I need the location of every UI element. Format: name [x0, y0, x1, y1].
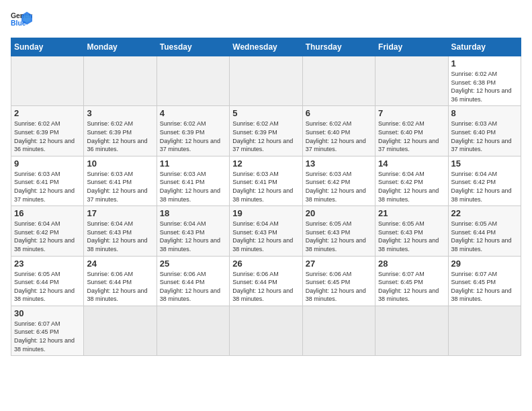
day-number: 1	[451, 58, 518, 68]
calendar-day-cell: 22Sunrise: 6:05 AMSunset: 6:44 PMDayligh…	[448, 206, 521, 256]
logo-icon: General Blue	[11, 11, 32, 30]
day-number: 24	[87, 259, 153, 269]
day-info: Sunrise: 6:04 AMSunset: 6:43 PMDaylight:…	[87, 220, 153, 253]
day-number: 21	[378, 208, 445, 218]
day-info: Sunrise: 6:06 AMSunset: 6:44 PMDaylight:…	[87, 270, 153, 304]
day-number: 23	[14, 259, 81, 269]
day-number: 9	[14, 158, 81, 169]
day-number: 15	[451, 158, 518, 169]
calendar-week-row: 1Sunrise: 6:02 AMSunset: 6:38 PMDaylight…	[11, 56, 521, 106]
calendar-day-cell	[11, 56, 84, 106]
calendar-week-row: 9Sunrise: 6:03 AMSunset: 6:41 PMDaylight…	[11, 156, 521, 205]
calendar-day-cell: 26Sunrise: 6:06 AMSunset: 6:44 PMDayligh…	[230, 256, 302, 306]
calendar-day-cell	[302, 56, 375, 106]
day-number: 13	[306, 158, 372, 169]
day-number: 11	[160, 158, 226, 169]
calendar-day-cell: 19Sunrise: 6:04 AMSunset: 6:43 PMDayligh…	[230, 206, 302, 256]
day-info: Sunrise: 6:07 AMSunset: 6:45 PMDaylight:…	[14, 320, 81, 353]
day-number: 20	[306, 208, 372, 218]
day-info: Sunrise: 6:04 AMSunset: 6:42 PMDaylight:…	[451, 170, 518, 203]
calendar-week-row: 16Sunrise: 6:04 AMSunset: 6:42 PMDayligh…	[11, 206, 521, 256]
calendar-day-cell: 10Sunrise: 6:03 AMSunset: 6:41 PMDayligh…	[84, 156, 157, 205]
day-number: 2	[14, 108, 81, 118]
day-info: Sunrise: 6:05 AMSunset: 6:43 PMDaylight:…	[378, 220, 445, 253]
day-info: Sunrise: 6:04 AMSunset: 6:42 PMDaylight:…	[14, 220, 81, 253]
day-number: 16	[14, 208, 81, 218]
calendar-day-cell: 24Sunrise: 6:06 AMSunset: 6:44 PMDayligh…	[84, 256, 157, 306]
calendar-day-cell: 14Sunrise: 6:04 AMSunset: 6:42 PMDayligh…	[375, 156, 448, 205]
calendar-day-cell: 20Sunrise: 6:05 AMSunset: 6:43 PMDayligh…	[302, 206, 375, 256]
day-info: Sunrise: 6:05 AMSunset: 6:44 PMDaylight:…	[451, 220, 518, 253]
calendar-day-cell: 2Sunrise: 6:02 AMSunset: 6:39 PMDaylight…	[11, 106, 84, 156]
day-number: 26	[232, 259, 299, 269]
day-info: Sunrise: 6:05 AMSunset: 6:43 PMDaylight:…	[306, 220, 372, 253]
day-info: Sunrise: 6:05 AMSunset: 6:44 PMDaylight:…	[14, 270, 81, 304]
day-number: 27	[306, 259, 372, 269]
calendar-header-row: SundayMondayTuesdayWednesdayThursdayFrid…	[11, 38, 521, 56]
calendar-day-cell: 8Sunrise: 6:03 AMSunset: 6:40 PMDaylight…	[448, 106, 521, 156]
calendar-day-cell	[448, 306, 521, 355]
calendar-day-cell	[230, 306, 302, 355]
day-info: Sunrise: 6:04 AMSunset: 6:43 PMDaylight:…	[160, 220, 226, 253]
day-number: 4	[160, 108, 226, 118]
calendar-day-cell: 5Sunrise: 6:02 AMSunset: 6:39 PMDaylight…	[230, 106, 302, 156]
day-number: 6	[306, 108, 372, 118]
calendar-day-cell: 15Sunrise: 6:04 AMSunset: 6:42 PMDayligh…	[448, 156, 521, 205]
calendar-day-cell	[302, 306, 375, 355]
day-info: Sunrise: 6:02 AMSunset: 6:39 PMDaylight:…	[14, 120, 81, 153]
calendar-day-cell: 4Sunrise: 6:02 AMSunset: 6:39 PMDaylight…	[157, 106, 229, 156]
day-of-week-header: Monday	[84, 38, 157, 56]
day-info: Sunrise: 6:02 AMSunset: 6:40 PMDaylight:…	[378, 120, 445, 153]
day-number: 28	[378, 259, 445, 269]
calendar-day-cell: 23Sunrise: 6:05 AMSunset: 6:44 PMDayligh…	[11, 256, 84, 306]
day-info: Sunrise: 6:06 AMSunset: 6:44 PMDaylight:…	[232, 270, 299, 304]
day-number: 22	[451, 208, 518, 218]
calendar-day-cell	[375, 56, 448, 106]
calendar-day-cell: 28Sunrise: 6:07 AMSunset: 6:45 PMDayligh…	[375, 256, 448, 306]
logo: General Blue	[11, 11, 32, 30]
calendar-day-cell: 25Sunrise: 6:06 AMSunset: 6:44 PMDayligh…	[157, 256, 229, 306]
day-number: 3	[87, 108, 153, 118]
calendar-day-cell: 27Sunrise: 6:06 AMSunset: 6:45 PMDayligh…	[302, 256, 375, 306]
calendar-day-cell: 12Sunrise: 6:03 AMSunset: 6:41 PMDayligh…	[230, 156, 302, 205]
page-header: General Blue	[11, 11, 521, 30]
calendar-week-row: 23Sunrise: 6:05 AMSunset: 6:44 PMDayligh…	[11, 256, 521, 306]
day-number: 7	[378, 108, 445, 118]
day-number: 25	[160, 259, 226, 269]
day-of-week-header: Wednesday	[230, 38, 302, 56]
calendar-day-cell: 30Sunrise: 6:07 AMSunset: 6:45 PMDayligh…	[11, 306, 84, 355]
day-info: Sunrise: 6:07 AMSunset: 6:45 PMDaylight:…	[451, 270, 518, 304]
calendar-day-cell: 6Sunrise: 6:02 AMSunset: 6:40 PMDaylight…	[302, 106, 375, 156]
day-number: 14	[378, 158, 445, 169]
day-info: Sunrise: 6:03 AMSunset: 6:41 PMDaylight:…	[232, 170, 299, 203]
day-info: Sunrise: 6:03 AMSunset: 6:41 PMDaylight:…	[160, 170, 226, 203]
day-info: Sunrise: 6:02 AMSunset: 6:39 PMDaylight:…	[87, 120, 153, 153]
day-info: Sunrise: 6:02 AMSunset: 6:38 PMDaylight:…	[451, 70, 518, 103]
calendar-day-cell	[157, 306, 229, 355]
day-info: Sunrise: 6:07 AMSunset: 6:45 PMDaylight:…	[378, 270, 445, 304]
day-info: Sunrise: 6:03 AMSunset: 6:42 PMDaylight:…	[306, 170, 372, 203]
calendar-day-cell: 21Sunrise: 6:05 AMSunset: 6:43 PMDayligh…	[375, 206, 448, 256]
day-number: 5	[232, 108, 299, 118]
day-info: Sunrise: 6:02 AMSunset: 6:40 PMDaylight:…	[306, 120, 372, 153]
calendar-day-cell: 1Sunrise: 6:02 AMSunset: 6:38 PMDaylight…	[448, 56, 521, 106]
day-number: 19	[232, 208, 299, 218]
day-info: Sunrise: 6:03 AMSunset: 6:41 PMDaylight:…	[14, 170, 81, 203]
day-number: 10	[87, 158, 153, 169]
calendar-day-cell	[84, 56, 157, 106]
day-of-week-header: Saturday	[448, 38, 521, 56]
calendar-day-cell	[375, 306, 448, 355]
calendar-day-cell	[84, 306, 157, 355]
calendar-day-cell	[157, 56, 229, 106]
day-number: 18	[160, 208, 226, 218]
calendar-day-cell: 16Sunrise: 6:04 AMSunset: 6:42 PMDayligh…	[11, 206, 84, 256]
day-of-week-header: Sunday	[11, 38, 84, 56]
calendar-day-cell	[230, 56, 302, 106]
calendar-day-cell: 29Sunrise: 6:07 AMSunset: 6:45 PMDayligh…	[448, 256, 521, 306]
day-info: Sunrise: 6:03 AMSunset: 6:41 PMDaylight:…	[87, 170, 153, 203]
day-of-week-header: Thursday	[302, 38, 375, 56]
calendar-day-cell: 7Sunrise: 6:02 AMSunset: 6:40 PMDaylight…	[375, 106, 448, 156]
calendar-day-cell: 9Sunrise: 6:03 AMSunset: 6:41 PMDaylight…	[11, 156, 84, 205]
calendar-day-cell: 3Sunrise: 6:02 AMSunset: 6:39 PMDaylight…	[84, 106, 157, 156]
calendar-table: SundayMondayTuesdayWednesdayThursdayFrid…	[11, 38, 521, 356]
